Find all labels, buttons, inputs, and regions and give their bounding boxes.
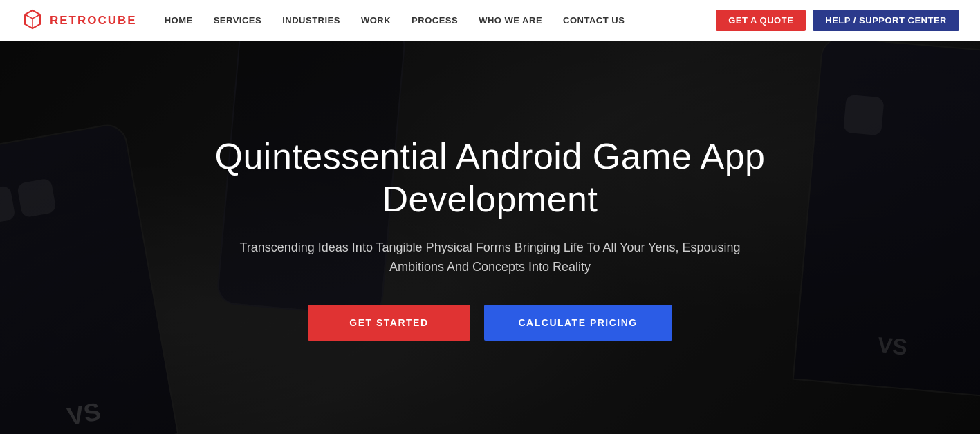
navbar: RETROCUBE HOME SERVICES INDUSTRIES WORK …: [0, 0, 980, 41]
nav-who-we-are[interactable]: WHO WE ARE: [479, 15, 542, 26]
nav-services[interactable]: SERVICES: [214, 15, 262, 26]
nav-actions: GET A QUOTE HELP / SUPPORT CENTER: [716, 10, 959, 31]
hero-title: Quintessential Android Game App Developm…: [193, 135, 788, 221]
nav-process[interactable]: PROCESS: [412, 15, 458, 26]
hero-section: Quintessential Android Game App Developm…: [0, 41, 980, 434]
hero-buttons: GET STARTED CALCULATE PRICING: [193, 305, 788, 341]
get-quote-button[interactable]: GET A QUOTE: [716, 10, 806, 31]
get-started-button[interactable]: GET STARTED: [308, 305, 470, 341]
nav-industries[interactable]: INDUSTRIES: [282, 15, 340, 26]
nav-work[interactable]: WORK: [361, 15, 391, 26]
nav-links: HOME SERVICES INDUSTRIES WORK PROCESS WH…: [165, 15, 716, 26]
logo[interactable]: RETROCUBE: [21, 9, 137, 32]
nav-home[interactable]: HOME: [165, 15, 193, 26]
hero-content: Quintessential Android Game App Developm…: [179, 135, 802, 341]
hero-subtitle: Transcending Ideas Into Tangible Physica…: [214, 238, 767, 278]
support-center-button[interactable]: HELP / SUPPORT CENTER: [813, 10, 959, 31]
calculate-pricing-button[interactable]: CALCULATE PRICING: [484, 305, 672, 341]
logo-icon: [21, 9, 44, 32]
nav-contact-us[interactable]: CONTACT US: [563, 15, 625, 26]
logo-text: RETROCUBE: [50, 14, 137, 28]
